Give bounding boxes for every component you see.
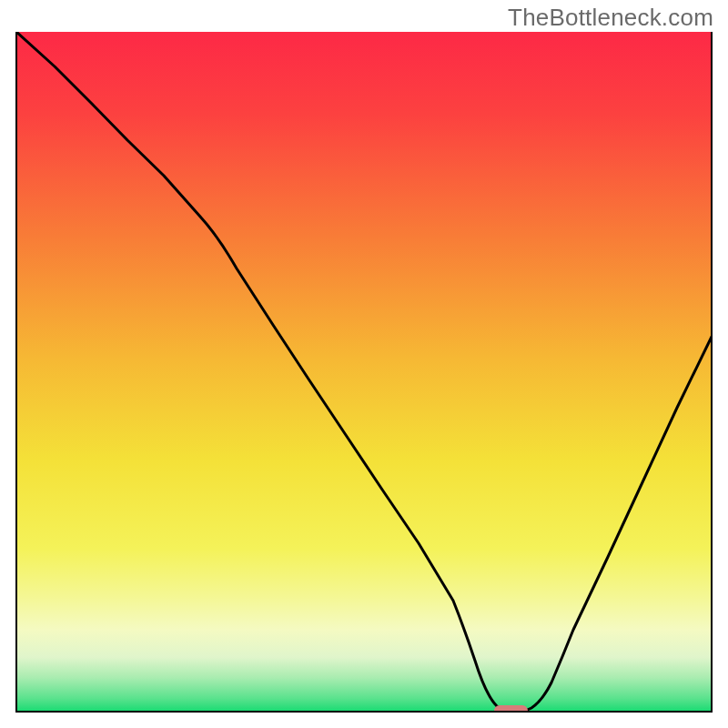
watermark-text: TheBottleneck.com xyxy=(508,4,713,32)
chart-svg xyxy=(0,0,728,728)
bottleneck-chart: TheBottleneck.com xyxy=(0,0,728,728)
